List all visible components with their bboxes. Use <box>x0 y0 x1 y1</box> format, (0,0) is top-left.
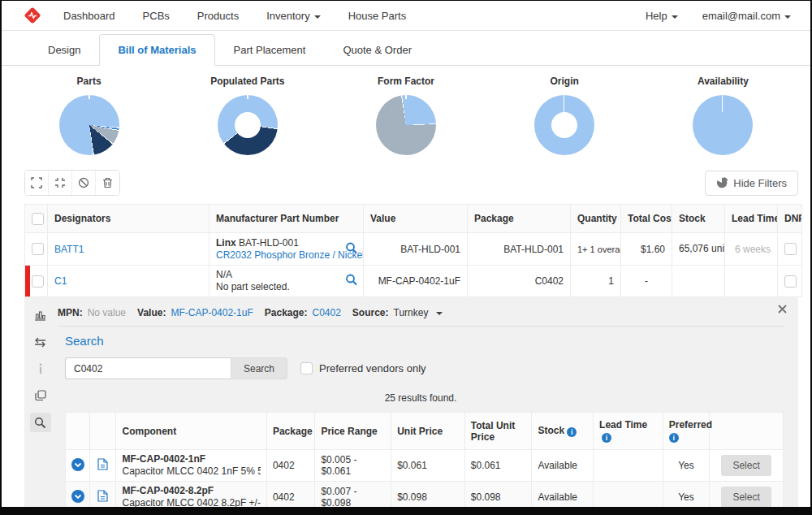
info-icon[interactable]: i <box>669 433 679 443</box>
part-search-icon[interactable] <box>345 274 358 289</box>
search-tool-icon[interactable] <box>30 413 51 432</box>
hide-filters-label: Hide Filters <box>733 177 787 189</box>
pie-chart-form-factor[interactable] <box>376 95 436 155</box>
component-name[interactable]: MF-CAP-0402-8.2pF <box>122 485 260 497</box>
bom-table: Designators Manufacturer Part Number Val… <box>24 204 802 297</box>
ban-icon <box>78 177 89 188</box>
tab-bill-of-materials[interactable]: Bill of Materials <box>99 34 214 66</box>
select-part-button[interactable]: Select <box>721 487 771 507</box>
dnp-checkbox[interactable] <box>784 243 797 255</box>
chart-title: Availability <box>698 76 749 87</box>
tab-design[interactable]: Design <box>29 34 99 66</box>
results-header-row: Component Package Price Range Unit Price… <box>66 413 784 450</box>
expand-all-button[interactable] <box>25 171 49 195</box>
lead-time-cell: 6 weeks <box>725 233 778 266</box>
app: Dashboard PCBs Products Inventory House … <box>2 1 810 507</box>
nav-item-dashboard[interactable]: Dashboard <box>63 10 115 22</box>
pricing-chart-icon[interactable] <box>30 305 51 325</box>
package-link[interactable]: C0402 <box>312 307 340 318</box>
top-nav: Dashboard PCBs Products Inventory House … <box>2 1 810 31</box>
select-all-checkbox[interactable] <box>32 213 44 225</box>
hide-filters-button[interactable]: Hide Filters <box>705 171 798 196</box>
row-checkbox[interactable] <box>32 243 44 255</box>
bom-toolbar: Hide Filters <box>24 170 798 196</box>
expand-result-icon[interactable] <box>71 462 84 474</box>
col-preferred: Preferredi <box>663 413 709 450</box>
tab-quote-order[interactable]: Quote & Order <box>324 34 430 66</box>
col-stock: Stocki <box>532 413 594 450</box>
col-stock[interactable]: Stock <box>672 205 725 233</box>
expand-result-icon[interactable] <box>71 494 84 505</box>
nav-item-house-parts[interactable]: House Parts <box>348 10 407 22</box>
swap-part-icon[interactable] <box>30 332 51 352</box>
copy-part-icon[interactable] <box>30 386 51 405</box>
col-dnp[interactable]: DNP <box>778 205 802 233</box>
part-search-icon[interactable] <box>345 241 358 257</box>
source-dropdown[interactable]: Turnkey <box>394 307 443 318</box>
chart-title: Populated Parts <box>210 76 284 87</box>
component-name[interactable]: MF-CAP-0402-1nF <box>122 453 260 465</box>
info-icon[interactable]: i <box>602 433 611 443</box>
source-label: Source: <box>352 307 389 318</box>
lead-time-cell <box>594 482 663 508</box>
pie-chart-parts[interactable] <box>59 95 119 155</box>
trash-icon <box>102 177 113 188</box>
unit-price-cell: $0.098 <box>391 482 465 508</box>
account-menu[interactable]: email@mail.com <box>702 10 791 22</box>
datasheet-icon[interactable] <box>97 493 108 504</box>
delete-button[interactable] <box>96 171 119 195</box>
nav-item-pcbs[interactable]: PCBs <box>143 10 170 22</box>
bom-row-c1: C1 N/A No part selected. MF-CAP-0402-1uF… <box>25 266 802 297</box>
total-cost-cell: - <box>621 266 672 297</box>
nav-item-products[interactable]: Products <box>197 10 239 22</box>
close-panel-icon[interactable] <box>778 304 787 316</box>
preferred-cell: Yes <box>663 482 709 508</box>
part-search-input[interactable] <box>65 357 231 379</box>
col-designators[interactable]: Designators <box>48 205 209 233</box>
brand-logo-icon[interactable] <box>23 6 42 25</box>
component-description: Capacitor MLCC 0402 8.2pF +/-0.25pF 25 <box>122 497 260 507</box>
col-quantity[interactable]: Quantity <box>571 205 621 233</box>
select-part-button[interactable]: Select <box>721 455 771 476</box>
dnp-button[interactable] <box>72 171 96 195</box>
mpn-number: BAT-HLD-001 <box>239 237 299 249</box>
collapse-all-button[interactable] <box>49 171 72 195</box>
quantity-cell[interactable]: 1 <box>571 266 621 297</box>
row-checkbox[interactable] <box>32 275 44 288</box>
result-row: MF-CAP-0402-1nF Capacitor MLCC 0402 1nF … <box>66 450 784 482</box>
value-link[interactable]: MF-CAP-0402-1uF <box>171 307 253 318</box>
designator-link[interactable]: BATT1 <box>54 244 84 255</box>
pie-chart-populated-parts[interactable] <box>218 95 278 155</box>
dnp-checkbox[interactable] <box>784 275 797 288</box>
quantity-cell[interactable]: 1+ 1 overage <box>571 233 621 266</box>
preferred-vendors-checkbox[interactable] <box>300 362 313 374</box>
chart-form-factor: Form Factor <box>326 76 485 155</box>
mpn-description-link[interactable]: CR2032 Phosphor Bronze / Nickel Pla <box>216 249 364 261</box>
col-value[interactable]: Value <box>364 205 468 233</box>
pie-chart-origin[interactable] <box>534 95 594 155</box>
package-label: Package: <box>265 307 308 318</box>
col-mpn[interactable]: Manufacturer Part Number <box>209 205 364 233</box>
help-menu[interactable]: Help <box>646 10 678 22</box>
info-icon[interactable]: i <box>567 427 577 437</box>
tabs-bar: Design Bill of Materials Part Placement … <box>2 31 810 66</box>
caret-down-icon <box>784 15 791 19</box>
pie-chart-availability[interactable] <box>693 95 753 155</box>
designator-link[interactable]: C1 <box>54 275 67 287</box>
search-submit-button[interactable]: Search <box>231 357 287 379</box>
info-icon[interactable] <box>30 359 51 379</box>
col-total-unit-price: Total Unit Price <box>464 413 532 450</box>
mpn-value: No value <box>88 307 126 318</box>
caret-down-icon <box>672 15 678 19</box>
col-total-cost[interactable]: Total Cost <box>621 205 672 233</box>
tab-part-placement[interactable]: Part Placement <box>215 34 325 66</box>
chart-availability: Availability <box>644 76 802 155</box>
col-lead-time[interactable]: Lead Time <box>725 205 778 233</box>
datasheet-icon[interactable] <box>97 461 108 473</box>
nav-item-inventory[interactable]: Inventory <box>266 10 320 22</box>
col-package[interactable]: Package <box>468 205 571 233</box>
package-cell: BAT-HLD-001 <box>468 233 571 266</box>
source-value: Turnkey <box>394 307 429 318</box>
package-cell: C0402 <box>468 266 571 297</box>
search-section-heading[interactable]: Search <box>65 334 104 348</box>
